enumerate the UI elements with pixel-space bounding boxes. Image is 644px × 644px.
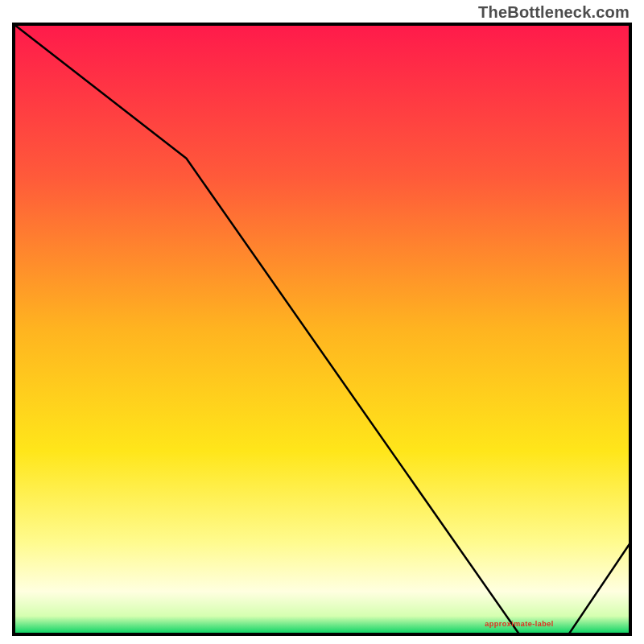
- chart-container: TheBottleneck.com approximate-label: [0, 0, 644, 644]
- chart-svg: approximate-label: [0, 0, 644, 644]
- annotation-label: approximate-label: [485, 620, 554, 628]
- plot-background: [14, 24, 630, 634]
